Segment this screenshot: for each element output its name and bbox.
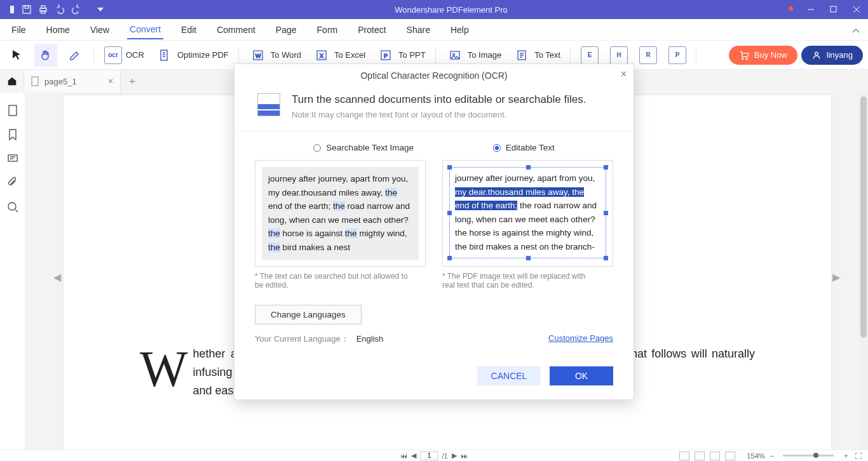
collapse-ribbon-icon[interactable] <box>851 25 860 37</box>
to-rtf-button[interactable]: R <box>637 44 660 67</box>
hand-tool[interactable] <box>34 44 57 67</box>
last-page-icon[interactable]: ⏭ <box>461 452 468 460</box>
svg-rect-9 <box>161 50 167 60</box>
first-page-icon[interactable]: ⏮ <box>400 452 407 460</box>
next-page-icon[interactable]: ▶ <box>832 271 845 284</box>
page-number-input[interactable] <box>420 451 438 460</box>
menu-share[interactable]: Share <box>404 21 433 39</box>
menu-page[interactable]: Page <box>273 21 299 39</box>
svg-rect-2 <box>23 6 31 13</box>
next-page-status-icon[interactable]: ▶ <box>452 451 457 460</box>
view-facing-continuous-icon[interactable] <box>725 451 735 460</box>
current-language-value: English <box>356 334 384 344</box>
change-languages-button[interactable]: Change Languages <box>255 305 362 324</box>
close-tab-icon[interactable]: ✕ <box>107 77 114 86</box>
svg-point-20 <box>746 58 747 59</box>
user-account-button[interactable]: linyang <box>801 46 863 65</box>
menu-comment[interactable]: Comment <box>214 21 258 39</box>
svg-point-17 <box>452 53 454 55</box>
menu-form[interactable]: Form <box>315 21 341 39</box>
comments-panel-icon[interactable] <box>6 152 19 165</box>
svg-text:W: W <box>255 53 261 59</box>
cancel-button[interactable]: CANCEL <box>477 366 541 385</box>
svg-point-19 <box>742 58 743 59</box>
page-total: /1 <box>442 452 447 460</box>
preview-editable: journey after journey, apart from you, m… <box>442 160 613 267</box>
home-tab[interactable] <box>0 70 24 93</box>
view-continuous-icon[interactable] <box>695 451 705 460</box>
minimize-button[interactable] <box>799 0 822 19</box>
svg-rect-24 <box>8 155 17 161</box>
redo-icon[interactable] <box>69 2 84 17</box>
fit-page-icon[interactable]: ⛶ <box>855 452 862 460</box>
svg-point-25 <box>8 203 16 210</box>
save-icon[interactable] <box>19 2 34 17</box>
radio-icon <box>313 144 321 152</box>
select-tool[interactable] <box>5 44 28 67</box>
print-icon[interactable] <box>36 2 51 17</box>
buy-now-button[interactable]: Buy Now <box>729 46 797 65</box>
zoom-out-icon[interactable]: − <box>770 452 774 460</box>
menu-file[interactable]: File <box>9 21 29 39</box>
svg-rect-1 <box>6 6 10 13</box>
prev-page-status-icon[interactable]: ◀ <box>411 451 416 460</box>
svg-rect-6 <box>41 11 45 13</box>
menu-view[interactable]: View <box>88 21 112 39</box>
vertical-scrollbar[interactable] <box>859 93 868 450</box>
view-single-icon[interactable] <box>679 451 689 460</box>
maximize-button[interactable] <box>822 0 845 19</box>
hint-editable: * The PDF image text will be replaced wi… <box>442 272 599 290</box>
app-logo-icon[interactable] <box>3 2 18 17</box>
word-icon: W <box>249 46 267 64</box>
epub-icon: E <box>581 46 599 64</box>
ocr-dialog: Optical Character Recognition (OCR) ✕ Tu… <box>234 63 634 400</box>
view-facing-icon[interactable] <box>710 451 720 460</box>
new-tab-button[interactable]: ＋ <box>121 70 144 93</box>
svg-rect-22 <box>32 77 38 86</box>
edit-tool[interactable] <box>64 44 86 67</box>
radio-searchable-text[interactable]: Searchable Text Image <box>313 143 414 152</box>
cursor-icon <box>8 46 25 64</box>
menu-convert[interactable]: Convert <box>127 20 163 39</box>
customize-pages-link[interactable]: Customize Pages <box>548 333 613 345</box>
attachments-panel-icon[interactable] <box>6 177 19 189</box>
thumbnails-panel-icon[interactable] <box>6 104 19 117</box>
preview-searchable: journey after journey, apart from you, m… <box>255 160 426 267</box>
svg-rect-5 <box>41 6 45 8</box>
hint-searchable: * The text can be searched but not allow… <box>255 272 412 290</box>
document-tab-label: page5_1 <box>44 77 77 86</box>
scroll-thumb[interactable] <box>860 97 867 338</box>
svg-rect-3 <box>25 6 29 8</box>
file-icon <box>31 76 39 86</box>
menu-help[interactable]: Help <box>448 21 471 39</box>
user-icon <box>811 50 822 60</box>
document-tab[interactable]: page5_1 ✕ <box>24 70 121 93</box>
zoom-in-icon[interactable]: ＋ <box>843 451 850 460</box>
rtf-icon: R <box>639 46 657 64</box>
bookmarks-panel-icon[interactable] <box>6 128 19 141</box>
svg-text:P: P <box>384 53 388 59</box>
edit-icon <box>66 46 84 64</box>
menu-edit[interactable]: Edit <box>179 21 199 39</box>
current-language-label: Your Current Language： <box>255 334 349 344</box>
pages-icon: P <box>668 46 686 64</box>
zoom-slider[interactable] <box>783 455 834 457</box>
ocr-button[interactable]: ocrOCR <box>102 44 147 67</box>
dialog-close-button[interactable]: ✕ <box>620 69 627 79</box>
menu-protect[interactable]: Protect <box>355 21 388 39</box>
ocr-header-icon <box>257 93 280 116</box>
qat-dropdown-icon[interactable] <box>93 2 108 17</box>
ppt-icon: P <box>377 46 395 64</box>
close-button[interactable] <box>845 0 868 19</box>
svg-text:X: X <box>320 53 323 59</box>
ok-button[interactable]: OK <box>550 366 613 385</box>
hand-icon <box>37 46 55 64</box>
ocr-icon: ocr <box>104 46 122 64</box>
optimize-pdf-button[interactable]: Optimize PDF <box>153 44 231 67</box>
radio-editable-text[interactable]: Editable Text <box>493 143 555 152</box>
undo-icon[interactable] <box>52 2 67 17</box>
to-pages-button[interactable]: P <box>666 44 689 67</box>
svg-rect-23 <box>9 105 17 116</box>
search-panel-icon[interactable] <box>6 201 19 213</box>
menu-home[interactable]: Home <box>44 21 72 39</box>
